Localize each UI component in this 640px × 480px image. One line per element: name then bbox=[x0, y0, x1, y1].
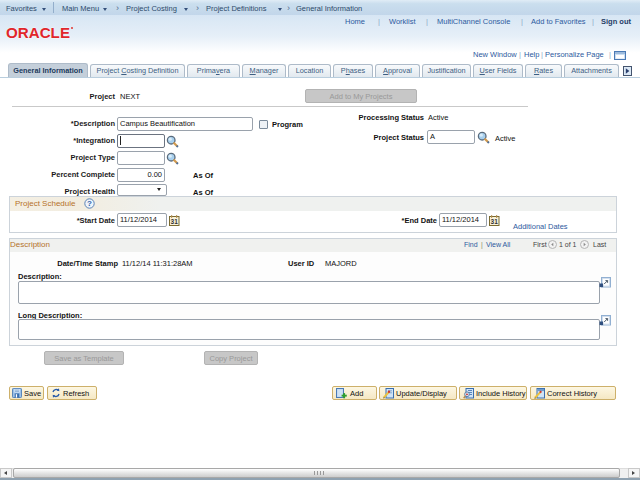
svg-text:31: 31 bbox=[491, 218, 499, 225]
svg-text:?: ? bbox=[87, 199, 92, 208]
svg-text:ORACLE: ORACLE bbox=[6, 25, 70, 40]
svg-text:31: 31 bbox=[171, 218, 179, 225]
